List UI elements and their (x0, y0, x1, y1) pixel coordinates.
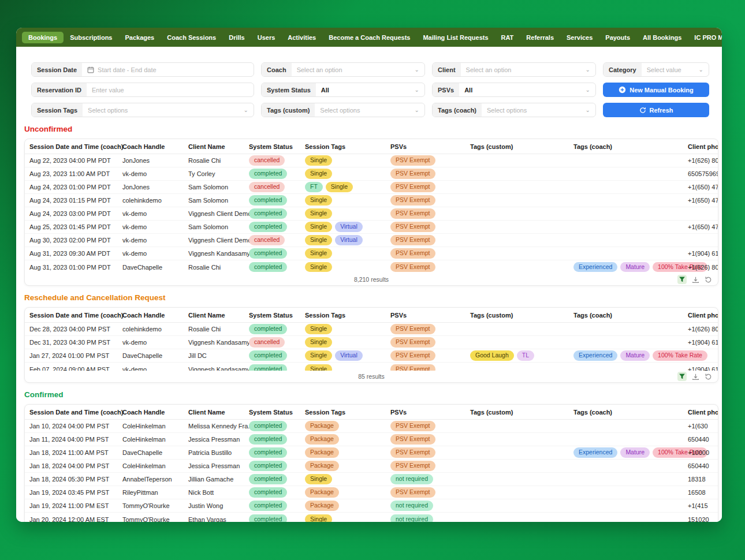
cell-session-tags: Package (305, 461, 390, 471)
cell-client-phone: +1(415 (688, 502, 718, 509)
cell-coach-handle: vk-demo (122, 223, 188, 230)
column-header-coach-handle: Coach Handle (122, 143, 188, 150)
nav-tab-coach-sessions[interactable]: Coach Sessions (161, 32, 222, 43)
status-pill: completed (249, 461, 287, 471)
nav-tab-rat[interactable]: RAT (495, 32, 520, 43)
table-row[interactable]: Jan 18, 2024 04:00 PM PSTColeHinkelmanJe… (25, 460, 718, 473)
table-row[interactable]: Jan 20, 2024 12:00 AM ESTTommyO'RourkeEt… (25, 513, 718, 522)
nav-tab-drills[interactable]: Drills (222, 32, 251, 43)
filter-psvs-select[interactable]: PSVsAll⌄ (432, 83, 596, 97)
cell-session-tags: Package (305, 421, 390, 431)
table-row[interactable]: Aug 24, 2023 03:00 PM PDTvk-demoViggnesh… (25, 207, 718, 221)
refresh-button[interactable]: Refresh (603, 103, 709, 117)
cell-psvs: PSV Exempt (390, 421, 470, 431)
download-icon[interactable] (692, 276, 699, 283)
filter-system-status-select[interactable]: System StatusAll⌄ (261, 83, 425, 97)
table-row[interactable]: Jan 27, 2024 01:00 PM PSTDaveChapelleJil… (25, 349, 718, 363)
filter-category-select[interactable]: CategorySelect value⌄ (603, 62, 709, 77)
psv-pill: not required (390, 501, 433, 510)
cell-psvs: PSV Exempt (390, 262, 470, 272)
nav-tab-all-bookings[interactable]: All Bookings (636, 32, 688, 43)
table-row[interactable]: Jan 18, 2024 11:00 AM PSTDaveChapellePat… (25, 446, 718, 460)
column-header-system-status: System Status (249, 312, 305, 319)
column-header-system-status: System Status (249, 143, 305, 150)
nav-tab-activities[interactable]: Activities (281, 32, 322, 43)
table-row[interactable]: Aug 30, 2023 02:00 PM PDTvk-demoViggnesh… (25, 234, 718, 247)
nav-tab-mailing-list-requests[interactable]: Mailing List Requests (416, 32, 494, 43)
cell-session-datetime: Jan 19, 2024 11:00 PM EST (29, 502, 122, 509)
column-header-session-tags: Session Tags (305, 312, 390, 319)
filter-coach-label: Coach (262, 63, 292, 76)
nav-tab-become-a-coach-requests[interactable]: Become a Coach Requests (322, 32, 416, 43)
nav-tab-referrals[interactable]: Referrals (520, 32, 560, 43)
nav-tab-packages[interactable]: Packages (118, 32, 161, 43)
session-tag-pill: Single (305, 235, 332, 245)
nav-tab-subscriptions[interactable]: Subscriptions (64, 32, 118, 43)
cell-session-datetime: Feb 07, 2024 09:00 AM PST (29, 366, 122, 371)
new-manual-booking-button[interactable]: New Manual Booking (603, 83, 709, 97)
column-header-psvs: PSVs (390, 409, 470, 416)
table-row[interactable]: Aug 31, 2023 01:00 PM PDTDaveChapelleRos… (25, 260, 718, 274)
filter-session-date-input[interactable]: Session DateStart date - End date (31, 62, 254, 77)
filter-client-select[interactable]: ClientSelect an option⌄ (432, 62, 596, 77)
table-row[interactable]: Aug 22, 2023 04:00 PM PDTJonJonesRosalie… (25, 154, 718, 167)
filter-reservation-id-input[interactable]: Reservation IDEnter value (31, 83, 254, 97)
filter-session-tags-select[interactable]: Session TagsSelect options⌄ (31, 103, 254, 117)
download-icon[interactable] (692, 373, 699, 380)
status-pill: completed (249, 421, 287, 431)
cell-session-datetime: Jan 27, 2024 01:00 PM PST (29, 352, 122, 359)
filter-icon[interactable] (677, 372, 687, 381)
session-tag-pill: Virtual (335, 235, 363, 245)
table-row[interactable]: Dec 28, 2023 04:00 PM PSTcolehinkdemoRos… (25, 323, 718, 336)
cell-system-status: completed (249, 169, 305, 178)
column-header-client-name: Client Name (188, 409, 249, 416)
cell-coach-handle: ColeHinkelman (122, 436, 188, 443)
table-row[interactable]: Aug 24, 2023 01:00 PM PDTJonJonesSam Sol… (25, 181, 718, 194)
session-tag-pill: Package (305, 501, 339, 510)
table-row[interactable]: Aug 31, 2023 09:30 AM PDTvk-demoViggnesh… (25, 247, 718, 260)
status-pill: completed (249, 169, 287, 178)
table-header-row: Session Date and Time (coach)Coach Handl… (25, 308, 718, 323)
nav-tab-services[interactable]: Services (560, 32, 599, 43)
nav-tab-users[interactable]: Users (251, 32, 282, 43)
cell-client-phone: 16508 (688, 489, 718, 496)
table-header-row: Session Date and Time (coach)Coach Handl… (25, 139, 718, 154)
table-row[interactable]: Aug 23, 2023 11:00 AM PDTvk-demoTy Corle… (25, 167, 718, 181)
table-row[interactable]: Feb 07, 2024 09:00 AM PSTvk-demoViggnesh… (25, 363, 718, 371)
filter-tags-coach-select[interactable]: Tags (coach)Select options⌄ (432, 103, 596, 117)
psv-pill: PSV Exempt (390, 208, 435, 218)
table-row[interactable]: Aug 25, 2023 01:45 PM PDTvk-demoSam Solo… (25, 221, 718, 234)
reload-icon[interactable] (705, 276, 712, 283)
column-header-tags-custom: Tags (custom) (470, 312, 573, 319)
table-row[interactable]: Jan 11, 2024 04:00 PM PSTColeHinkelmanJe… (25, 433, 718, 446)
chevron-down-icon: ⌄ (412, 66, 424, 73)
nav-tab-bookings[interactable]: Bookings (22, 32, 64, 43)
nav-tab-payouts[interactable]: Payouts (599, 32, 636, 43)
table-row[interactable]: Jan 19, 2024 03:45 PM PSTRileyPittmanNic… (25, 486, 718, 499)
filter-coach-select[interactable]: CoachSelect an option⌄ (261, 62, 425, 77)
column-header-psvs: PSVs (390, 143, 470, 150)
status-pill: completed (249, 514, 287, 522)
session-tag-pill: Package (305, 421, 339, 431)
filter-session-tags-value: Select options (83, 107, 241, 114)
cell-client-phone: +1(650) 47 (688, 223, 718, 230)
cell-client-name: Viggnesh Client Demo (188, 237, 249, 244)
reload-icon[interactable] (705, 373, 712, 380)
table-row[interactable]: Jan 18, 2024 05:30 PM PSTAnnabelTeperson… (25, 473, 718, 486)
table-row[interactable]: Jan 19, 2024 11:00 PM ESTTommyO'RourkeJu… (25, 499, 718, 513)
table-row[interactable]: Dec 31, 2023 04:30 PM PSTvk-demoViggnesh… (25, 336, 718, 349)
cell-client-name: Rosalie Chi (188, 157, 249, 164)
table-row[interactable]: Aug 24, 2023 01:15 PM PDTcolehinkdemoSam… (25, 194, 718, 207)
cell-coach-handle: ColeHinkelman (122, 423, 188, 430)
session-tag-pill: Single (305, 337, 332, 347)
chevron-down-icon: ⌄ (412, 107, 424, 113)
cell-client-phone: +1(904) 616 (688, 339, 718, 346)
cell-client-phone: +1(904) 616 (688, 366, 718, 371)
cell-client-phone: 18318 (688, 476, 718, 483)
table-row[interactable]: Jan 10, 2024 04:00 PM PSTColeHinkelmanMe… (25, 420, 718, 433)
filter-tags-custom-select[interactable]: Tags (custom)Select options⌄ (261, 103, 425, 117)
status-pill: completed (249, 195, 287, 205)
filter-icon[interactable] (677, 275, 687, 284)
nav-tab-ic-pro-metrics[interactable]: IC PRO Metrics (688, 32, 722, 43)
cell-psvs: PSV Exempt (390, 350, 470, 360)
